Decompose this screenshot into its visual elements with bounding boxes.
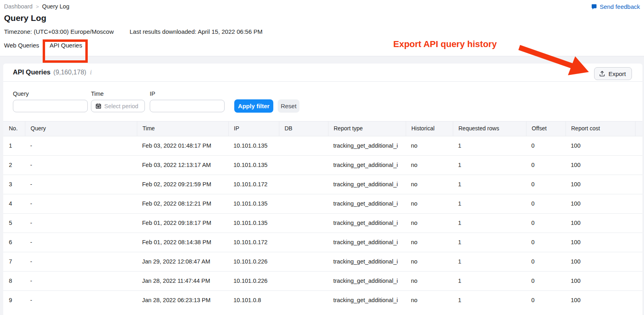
panel-count: (9,160,178) [54, 69, 87, 76]
table-cell: Jan 28, 2022 06:23:13 PM [137, 291, 228, 310]
column-header-offset: Offset [526, 121, 566, 136]
breadcrumb-dashboard-link[interactable]: Dashboard [4, 3, 33, 10]
table-cell: 0 [526, 214, 566, 233]
table-cell: 10.101.0.135 [228, 194, 279, 213]
table-cell [279, 291, 328, 310]
table-cell: 1 [453, 175, 526, 194]
table-cell: Feb 03, 2022 01:48:17 PM [137, 136, 228, 155]
table-cell: 100 [566, 214, 635, 233]
query-log-tabs: Web Queries API Queries [4, 42, 82, 56]
export-button[interactable]: Export [594, 67, 632, 80]
table-cell: 10.101.0.135 [228, 136, 279, 155]
table-cell [635, 272, 642, 290]
table-cell: 1 [453, 194, 526, 213]
table-cell: tracking_get_additional_i [328, 194, 406, 213]
api-queries-table: No.QueryTimeIPDBReport typeHistoricalReq… [3, 121, 642, 310]
table-cell: 1 [453, 272, 526, 290]
table-cell: - [25, 136, 137, 155]
table-cell: tracking_get_additional_i [328, 136, 406, 155]
apply-filter-button[interactable]: Apply filter [234, 99, 273, 113]
table-cell: 100 [566, 156, 635, 175]
panel-header: API Queries (9,160,178) i Export [3, 64, 642, 82]
table-cell [635, 233, 642, 252]
info-icon[interactable]: i [89, 69, 92, 76]
table-cell [279, 156, 328, 175]
table-cell: 0 [526, 233, 566, 252]
table-row: 1-Feb 03, 2022 01:48:17 PM10.101.0.135tr… [3, 136, 642, 155]
upload-icon [599, 70, 605, 77]
column-header-requested-rows: Requested rows [453, 121, 526, 136]
column-header-ip: IP [228, 121, 279, 136]
table-cell: 8 [3, 272, 25, 290]
column-header-db: DB [279, 121, 328, 136]
table-cell [635, 194, 642, 213]
table-cell: 0 [526, 252, 566, 271]
table-cell: 1 [3, 136, 25, 155]
tab-api-queries[interactable]: API Queries [50, 42, 82, 56]
table-cell [635, 214, 642, 233]
table-cell: Feb 01, 2022 09:18:17 PM [137, 214, 228, 233]
ip-filter-input[interactable] [150, 100, 225, 112]
table-cell: no [406, 272, 453, 290]
table-cell: 100 [566, 136, 635, 155]
export-button-label: Export [609, 70, 626, 77]
time-period-select[interactable]: Select period [91, 100, 145, 112]
column-header-historical: Historical [406, 121, 453, 136]
table-cell [635, 156, 642, 175]
send-feedback-link[interactable]: Send feedback [591, 3, 640, 10]
panel-title: API Queries [13, 68, 51, 76]
table-cell: no [406, 156, 453, 175]
column-header-report-cost: Report cost [566, 121, 635, 136]
table-cell: 10.101.0.226 [228, 272, 279, 290]
table-row: 3-Feb 02, 2022 09:21:59 PM10.101.0.172tr… [3, 175, 642, 194]
calendar-icon [95, 103, 101, 109]
table-cell [279, 194, 328, 213]
tab-web-queries[interactable]: Web Queries [4, 42, 39, 56]
table-cell: 100 [566, 175, 635, 194]
table-cell: 10.101.0.172 [228, 233, 279, 252]
table-cell: - [25, 252, 137, 271]
breadcrumb-current: Query Log [42, 3, 70, 10]
table-cell [279, 272, 328, 290]
table-cell: 7 [3, 252, 25, 271]
table-cell: Feb 02, 2022 09:21:59 PM [137, 175, 228, 194]
table-row: 5-Feb 01, 2022 09:18:17 PM10.101.0.135tr… [3, 213, 642, 233]
table-cell: tracking_get_additional_i [328, 252, 406, 271]
table-cell: 5 [3, 214, 25, 233]
table-cell [279, 175, 328, 194]
table-cell [279, 252, 328, 271]
table-row: 4-Feb 02, 2022 08:12:21 PM10.101.0.135tr… [3, 194, 642, 213]
table-cell: Jan 28, 2022 11:47:44 PM [137, 272, 228, 290]
table-cell: no [406, 175, 453, 194]
timezone-text: Timezone: (UTC+03:00) Europe/Moscow [4, 28, 114, 35]
query-filter-input[interactable] [13, 100, 88, 112]
table-cell: 10.101.0.8 [228, 291, 279, 310]
table-cell: no [406, 136, 453, 155]
annotation-text: Export API query history [393, 39, 497, 49]
table-cell: 1 [453, 252, 526, 271]
reset-button[interactable]: Reset [278, 99, 299, 113]
table-cell: - [25, 175, 137, 194]
column-header-query: Query [25, 121, 137, 136]
time-filter-label: Time [91, 91, 104, 97]
table-cell: no [406, 233, 453, 252]
table-cell [279, 233, 328, 252]
table-row: 2-Feb 03, 2022 12:13:17 AM10.101.0.135tr… [3, 155, 642, 175]
column-header-spacer [635, 121, 642, 136]
page-title: Query Log [4, 13, 46, 23]
table-row: 8-Jan 28, 2022 11:47:44 PM10.101.0.226tr… [3, 271, 642, 290]
breadcrumb: Dashboard > Query Log [4, 3, 69, 10]
table-body: 1-Feb 03, 2022 01:48:17 PM10.101.0.135tr… [3, 136, 642, 310]
table-cell: no [406, 291, 453, 310]
table-cell: 3 [3, 175, 25, 194]
api-queries-panel: API Queries (9,160,178) i Export Query T… [3, 64, 642, 315]
table-cell: Feb 02, 2022 08:12:21 PM [137, 194, 228, 213]
ip-filter-label: IP [150, 91, 155, 97]
table-cell: - [25, 214, 137, 233]
table-cell: 0 [526, 291, 566, 310]
table-cell [635, 136, 642, 155]
table-cell: 100 [566, 291, 635, 310]
table-cell [635, 291, 642, 310]
table-cell: - [25, 156, 137, 175]
table-cell: Jan 29, 2022 12:08:47 AM [137, 252, 228, 271]
